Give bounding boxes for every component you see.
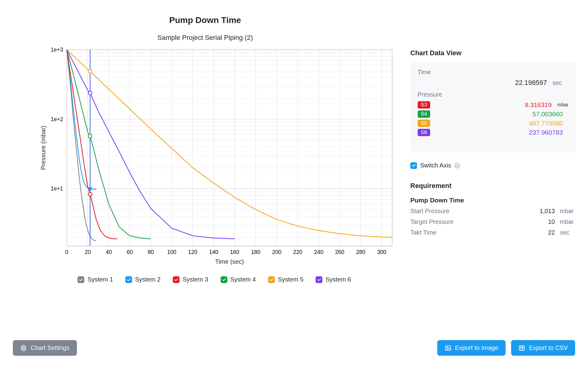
svg-text:20: 20 <box>85 249 91 255</box>
svg-text:220: 220 <box>293 249 302 255</box>
svg-point-71 <box>23 347 25 349</box>
switch-axis-label: Switch Axis <box>420 162 451 169</box>
requirement-unit: mbar <box>560 218 576 225</box>
legend-label: System 5 <box>278 276 303 283</box>
export-image-label: Export to Image <box>455 344 498 351</box>
svg-point-68 <box>88 134 92 138</box>
pressure-label: Pressure <box>418 91 568 98</box>
svg-text:260: 260 <box>335 249 344 255</box>
export-csv-label: Export to CSV <box>529 344 568 351</box>
pressure-unit: mbar <box>557 102 568 108</box>
svg-text:Pressure (mbar): Pressure (mbar) <box>40 126 47 170</box>
svg-text:100: 100 <box>167 249 176 255</box>
requirement-key: Start Pressure <box>410 208 450 215</box>
series-badge: S6 <box>418 129 430 136</box>
gear-icon <box>20 345 27 351</box>
requirement-value: 10 <box>548 218 555 225</box>
svg-text:80: 80 <box>148 249 154 255</box>
pump-down-chart[interactable]: 0204060801001201401601802002202402602803… <box>37 47 398 267</box>
chart-subtitle: Sample Project Serial Piping (2) <box>157 34 253 42</box>
svg-text:120: 120 <box>188 249 197 255</box>
checkbox-icon <box>173 276 180 283</box>
pressure-value: 57.003660 <box>533 110 563 118</box>
svg-rect-72 <box>446 346 451 350</box>
svg-text:60: 60 <box>127 249 133 255</box>
image-icon <box>445 345 451 351</box>
svg-text:0: 0 <box>65 249 68 255</box>
chart-settings-label: Chart Settings <box>31 344 70 351</box>
checkbox-icon <box>221 276 227 283</box>
svg-text:180: 180 <box>251 249 260 255</box>
pressure-row-s4: S457.003660 <box>418 110 568 118</box>
pressure-value: 237.960783 <box>529 129 563 136</box>
svg-text:280: 280 <box>356 249 365 255</box>
requirement-key: Target Pressure <box>410 218 453 225</box>
help-icon[interactable]: ? <box>454 163 460 169</box>
legend-item-s2[interactable]: System 2 <box>125 276 161 283</box>
requirement-row: Start Pressure1,013mbar <box>410 208 576 215</box>
legend-label: System 3 <box>183 276 208 283</box>
series-badge: S5 <box>418 120 430 127</box>
pressure-value: 487.779580 <box>529 120 563 127</box>
pressure-value: 8.316319 <box>525 101 552 109</box>
svg-text:140: 140 <box>209 249 218 255</box>
chart-settings-button[interactable]: Chart Settings <box>13 340 77 356</box>
requirement-row: Takt Time22sec <box>410 229 576 236</box>
requirement-heading: Requirement <box>410 182 576 190</box>
series-badge: S4 <box>418 110 430 118</box>
checkbox-icon <box>125 276 132 283</box>
svg-text:Time (sec): Time (sec) <box>215 258 244 265</box>
legend-item-s4[interactable]: System 4 <box>221 276 256 283</box>
svg-point-69 <box>88 70 92 73</box>
svg-text:1e+3: 1e+3 <box>51 47 63 53</box>
requirement-key: Takt Time <box>410 229 437 236</box>
svg-text:1e+2: 1e+2 <box>51 116 63 122</box>
checkbox-icon <box>78 276 84 283</box>
requirement-subheading: Pump Down Time <box>410 197 576 204</box>
export-image-button[interactable]: Export to Image <box>437 340 506 356</box>
legend-item-s3[interactable]: System 3 <box>173 276 208 283</box>
legend-label: System 6 <box>325 276 351 283</box>
chart-data-view-card: Time 22.198597 sec Pressure S38.316319mb… <box>410 62 576 153</box>
table-icon <box>518 345 525 351</box>
legend-label: System 1 <box>87 276 113 283</box>
pressure-row-s6: S6237.960783 <box>418 129 568 136</box>
series-badge: S3 <box>418 101 430 109</box>
requirement-unit: sec <box>560 229 576 236</box>
svg-point-70 <box>88 91 92 95</box>
svg-text:240: 240 <box>314 249 323 255</box>
requirement-unit: mbar <box>560 208 576 215</box>
legend-item-s5[interactable]: System 5 <box>268 276 303 283</box>
requirement-value: 1,013 <box>540 208 555 215</box>
legend-item-s1[interactable]: System 1 <box>78 276 113 283</box>
requirement-value: 22 <box>548 229 555 236</box>
svg-rect-0 <box>67 50 392 246</box>
chart-title: Pump Down Time <box>169 15 241 25</box>
data-view-heading: Chart Data View <box>410 49 576 57</box>
time-unit: sec <box>552 79 568 86</box>
pressure-row-s3: S38.316319mbar <box>418 101 568 109</box>
chart-legend: System 1System 2System 3System 4System 5… <box>59 276 351 283</box>
pressure-row-s5: S5487.779580 <box>418 120 568 127</box>
svg-point-73 <box>447 347 448 348</box>
svg-point-67 <box>88 192 92 196</box>
requirement-row: Target Pressure10mbar <box>410 218 576 225</box>
svg-text:1e+1: 1e+1 <box>51 186 63 192</box>
svg-text:40: 40 <box>106 249 112 255</box>
switch-axis-checkbox[interactable] <box>410 162 417 169</box>
checkbox-icon <box>268 276 275 283</box>
legend-label: System 4 <box>230 276 256 283</box>
svg-point-66 <box>88 187 92 190</box>
export-csv-button[interactable]: Export to CSV <box>511 340 575 356</box>
svg-text:300: 300 <box>377 249 386 255</box>
svg-rect-74 <box>519 346 525 350</box>
legend-item-s6[interactable]: System 6 <box>316 276 351 283</box>
legend-label: System 2 <box>135 276 161 283</box>
svg-text:160: 160 <box>230 249 239 255</box>
svg-text:200: 200 <box>272 249 281 255</box>
checkbox-icon <box>316 276 322 283</box>
time-value: 22.198597 <box>515 79 547 87</box>
time-label: Time <box>418 69 568 76</box>
